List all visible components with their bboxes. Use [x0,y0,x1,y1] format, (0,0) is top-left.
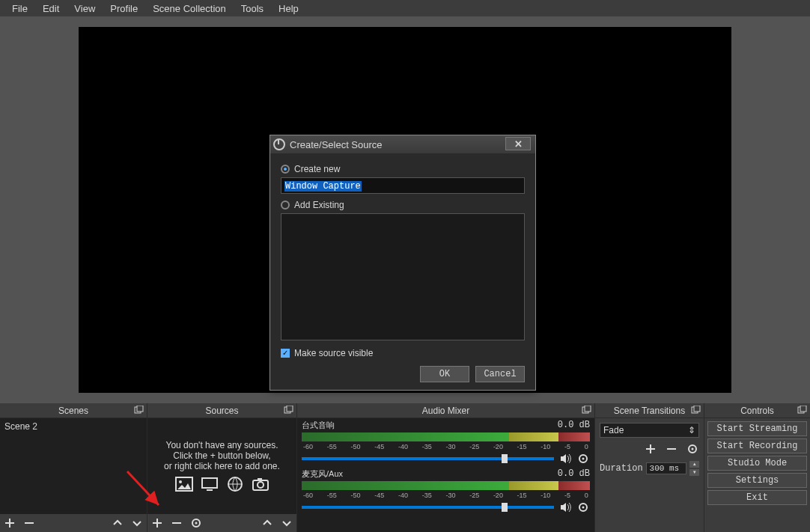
mixer-title: Audio Mixer [422,406,469,416]
ok-button[interactable]: OK [420,366,469,382]
channel-level: 0.0 dB [558,468,590,480]
svg-point-9 [258,482,264,488]
add-transition-button[interactable] [644,442,657,456]
mixer-body: 台式音响0.0 dB -60-55-50-45-40-35-30-25-20-1… [297,418,594,532]
scenes-header: Scenes [0,403,147,418]
transitions-dock: Scene Transitions Fade ⇕ Duration 300 ms… [595,403,704,532]
sources-empty-line: You don't have any sources. [166,440,278,450]
level-meter [302,432,590,441]
source-up-button[interactable] [261,516,274,530]
existing-sources-list[interactable] [281,213,525,340]
sources-toolbar [147,514,296,532]
source-name-input[interactable]: Window Capture [281,177,525,194]
scene-down-button[interactable] [130,516,144,530]
transition-selected: Fade [603,425,624,435]
obs-logo-icon [273,138,285,150]
svg-point-12 [195,522,198,525]
make-visible-checkbox[interactable]: ✓ Make source visible [281,348,525,358]
settings-button[interactable]: Settings [707,473,807,488]
menu-help[interactable]: Help [271,1,306,16]
gear-icon[interactable] [576,452,590,465]
svg-rect-3 [287,406,293,412]
popout-icon[interactable] [133,406,144,416]
remove-scene-button[interactable] [22,516,36,530]
mixer-channel: 麦克风/Aux0.0 dB -60-55-50-45-40-35-30-25-2… [302,468,590,514]
menu-profile[interactable]: Profile [103,1,145,16]
svg-point-5 [179,480,182,483]
controls-title: Controls [740,406,774,416]
remove-transition-button[interactable] [665,442,678,456]
svg-rect-20 [694,406,700,412]
transition-select[interactable]: Fade ⇕ [600,423,699,438]
popout-icon[interactable] [581,406,591,416]
sources-title: Sources [205,406,238,416]
mixer-header: Audio Mixer [297,403,594,418]
start-streaming-button[interactable]: Start Streaming [707,421,807,436]
cancel-button[interactable]: Cancel [475,366,525,382]
make-visible-label: Make source visible [294,348,373,358]
scenes-toolbar [0,514,147,532]
svg-rect-10 [258,478,262,480]
create-source-dialog: Create/Select Source ✕ Create new Window… [270,135,536,391]
checkbox-icon: ✓ [281,349,290,358]
add-scene-button[interactable] [3,516,16,530]
add-existing-radio[interactable]: Add Existing [281,200,525,210]
exit-button[interactable]: Exit [707,490,807,505]
duration-input[interactable]: 300 ms [646,462,686,474]
svg-rect-24 [800,406,806,412]
svg-rect-1 [137,406,143,412]
transitions-title: Scene Transitions [614,406,685,416]
speaker-icon[interactable] [558,501,572,514]
transitions-body: Fade ⇕ Duration 300 ms ▴▾ [595,418,704,532]
meter-ticks: -60-55-50-45-40-35-30-25-20-15-10-50 [302,492,590,499]
scene-up-button[interactable] [111,516,124,530]
source-name-value: Window Capture [284,181,362,192]
meter-ticks: -60-55-50-45-40-35-30-25-20-15-10-50 [302,443,590,450]
scenes-dock: Scenes Scene 2 [0,403,147,532]
channel-name: 麦克风/Aux [302,468,343,480]
close-button[interactable]: ✕ [505,137,531,150]
controls-header: Controls [704,403,810,418]
popout-icon[interactable] [690,406,701,416]
svg-point-16 [582,458,585,460]
mixer-channel: 台式音响0.0 dB -60-55-50-45-40-35-30-25-20-1… [302,420,590,465]
source-down-button[interactable] [280,516,293,530]
menu-view[interactable]: View [67,1,103,16]
level-meter [302,481,590,490]
start-recording-button[interactable]: Start Recording [707,438,807,453]
studio-mode-button[interactable]: Studio Mode [707,456,807,471]
source-properties-button[interactable] [189,516,203,530]
controls-dock: Controls Start Streaming Start Recording… [704,403,810,532]
volume-slider[interactable] [302,457,554,460]
add-source-button[interactable] [150,516,164,530]
remove-source-button[interactable] [170,516,183,530]
transition-properties-button[interactable] [686,442,699,456]
menu-tools[interactable]: Tools [234,1,271,16]
channel-level: 0.0 dB [558,420,590,431]
audio-mixer-dock: Audio Mixer 台式音响0.0 dB -60-55-50-45-40-3… [297,403,595,532]
add-existing-label: Add Existing [294,200,344,210]
menu-file[interactable]: File [4,1,35,16]
svg-rect-14 [585,406,591,412]
image-icon [174,476,194,492]
menu-edit[interactable]: Edit [35,1,67,16]
menu-scene-collection[interactable]: Scene Collection [145,1,234,16]
popout-icon[interactable] [797,406,807,416]
dialog-title: Create/Select Source [290,139,383,150]
sources-empty[interactable]: You don't have any sources. Click the + … [147,418,296,514]
sources-empty-line: Click the + button below, [173,450,270,461]
speaker-icon[interactable] [558,452,572,465]
scene-item[interactable]: Scene 2 [0,418,147,435]
duration-label: Duration [600,463,643,474]
transitions-header: Scene Transitions [595,403,704,418]
scenes-list[interactable]: Scene 2 [0,418,147,514]
create-new-label: Create new [294,164,340,174]
create-new-radio[interactable]: Create new [281,164,525,174]
updown-icon: ⇕ [688,425,695,435]
volume-slider[interactable] [302,506,554,509]
gear-icon[interactable] [576,501,590,514]
popout-icon[interactable] [283,406,293,416]
duration-spinner[interactable]: ▴▾ [689,460,699,477]
dialog-titlebar[interactable]: Create/Select Source ✕ [270,135,535,153]
menu-bar: File Edit View Profile Scene Collection … [0,0,810,16]
